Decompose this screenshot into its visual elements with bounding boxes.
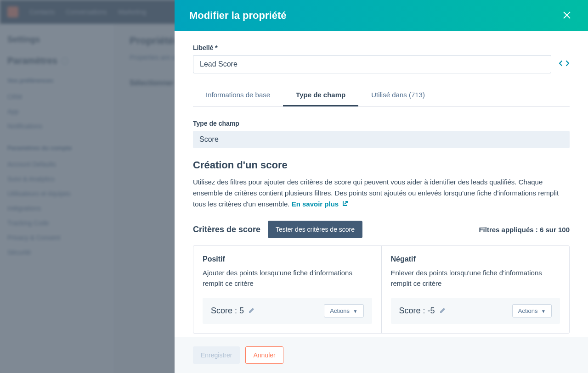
field-type-value: Score: [193, 131, 570, 148]
modal-header: Modifier la propriété: [175, 0, 588, 31]
label-input[interactable]: [193, 55, 551, 73]
filters-applied-count: Filtres appliqués : 6 sur 100: [479, 226, 570, 234]
tab-used-in[interactable]: Utilisé dans (713): [358, 84, 438, 106]
negative-desc: Enlever des points lorsqu'une fiche d'in…: [391, 268, 560, 289]
score-creation-desc: Utilisez des filtres pour ajouter des cr…: [193, 177, 570, 210]
negative-score-value: Score : -5: [399, 306, 446, 316]
test-criteria-button[interactable]: Tester des critères de score: [268, 221, 362, 238]
external-link-icon: [342, 199, 348, 210]
label-field-row: [193, 55, 570, 73]
positive-score-value: Score : 5: [211, 306, 255, 316]
criteria-header-row: Critères de score Tester des critères de…: [193, 221, 570, 238]
chevron-down-icon: ▼: [541, 309, 546, 314]
positive-score-text: Score : 5: [211, 306, 244, 316]
actions-label: Actions: [518, 307, 538, 314]
negative-score-text: Score : -5: [399, 306, 435, 316]
score-desc-text: Utilisez des filtres pour ajouter des cr…: [193, 178, 559, 208]
tab-field-type[interactable]: Type de champ: [283, 84, 358, 106]
label-field-label: Libellé *: [193, 44, 570, 51]
modal-title: Modifier la propriété: [189, 10, 286, 22]
score-criteria-container: Positif Ajouter des points lorsqu'une fi…: [193, 245, 570, 334]
negative-score-item: Score : -5 Actions ▼: [391, 298, 560, 324]
tabs: Informations de base Type de champ Utili…: [193, 84, 570, 107]
save-button[interactable]: Enregistrer: [193, 346, 240, 364]
chevron-down-icon: ▼: [353, 309, 358, 314]
positive-score-item: Score : 5 Actions ▼: [203, 298, 372, 324]
close-button[interactable]: [560, 6, 573, 25]
criteria-left: Critères de score Tester des critères de…: [193, 221, 362, 238]
modal-footer: Enregistrer Annuler: [175, 337, 588, 373]
pencil-icon[interactable]: [440, 307, 446, 315]
field-type-label: Type de champ: [193, 120, 570, 127]
learn-more-link[interactable]: En savoir plus: [292, 200, 348, 208]
code-icon[interactable]: [559, 59, 570, 70]
score-creation-heading: Création d'un score: [193, 159, 570, 171]
negative-title: Négatif: [391, 255, 560, 263]
positive-title: Positif: [203, 255, 372, 263]
tab-basic-info[interactable]: Informations de base: [193, 84, 283, 106]
actions-label: Actions: [330, 307, 350, 314]
modal-body: Libellé * Informations de base Type de c…: [175, 31, 588, 337]
negative-column: Négatif Enlever des points lorsqu'une fi…: [382, 246, 570, 333]
learn-more-text: En savoir plus: [292, 200, 339, 208]
pencil-icon[interactable]: [249, 307, 255, 315]
positive-actions-button[interactable]: Actions ▼: [324, 304, 363, 317]
cancel-button[interactable]: Annuler: [245, 346, 283, 364]
close-icon: [562, 11, 571, 20]
negative-actions-button[interactable]: Actions ▼: [512, 304, 552, 317]
positive-column: Positif Ajouter des points lorsqu'une fi…: [193, 246, 382, 333]
criteria-title: Critères de score: [193, 225, 260, 234]
edit-property-modal: Modifier la propriété Libellé * Informat…: [175, 0, 588, 373]
positive-desc: Ajouter des points lorsqu'une fiche d'in…: [203, 268, 372, 289]
